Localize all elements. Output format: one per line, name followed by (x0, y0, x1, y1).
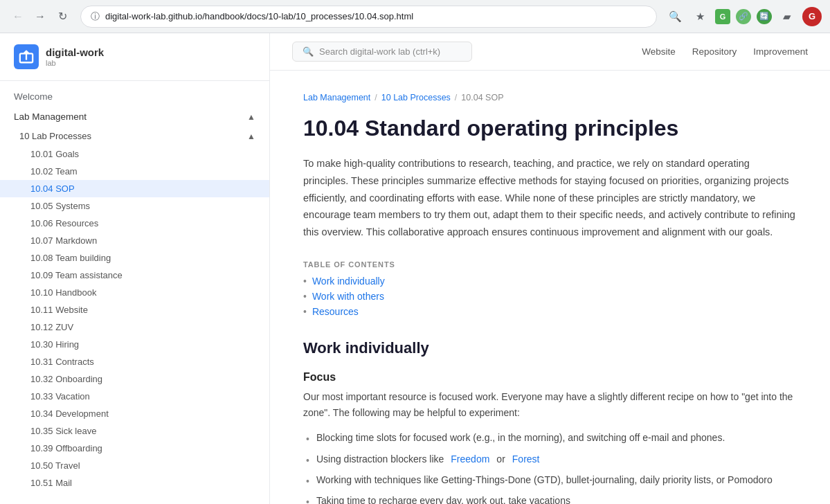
logo-name: digital-work (46, 46, 104, 59)
sidebar-item-10-01[interactable]: 10.01 Goals (0, 145, 269, 163)
nav-link-website[interactable]: Website (642, 46, 676, 57)
main-content: 🔍 Search digital-work lab (ctrl+k) Websi… (270, 33, 830, 504)
toc-item-work-individually: Work individually (303, 276, 797, 287)
bullet-text-4: Taking time to recharge every day, work … (316, 493, 570, 504)
breadcrumb-lab-management[interactable]: Lab Management (303, 93, 370, 102)
sidebar-item-10-05[interactable]: 10.05 Systems (0, 197, 269, 215)
sidebar-group-label-lab-management: Lab Management (14, 111, 87, 122)
sidebar-item-10-33[interactable]: 10.33 Vacation (0, 388, 269, 405)
sidebar-navigation: Welcome Lab Management ▲ 10 Lab Processe… (0, 81, 269, 497)
extensions-icon[interactable]: ▰ (777, 7, 797, 26)
sidebar-subgroup-label: 10 Lab Processes (19, 131, 91, 141)
bullet-2: Using distraction blockers like Freedom … (303, 451, 797, 468)
sidebar-subgroup-header-10-lab-processes[interactable]: 10 Lab Processes ▲ (0, 127, 269, 145)
toc-item-work-with-others: Work with others (303, 291, 797, 302)
back-button[interactable]: ← (8, 7, 28, 26)
chevron-up-icon: ▲ (247, 112, 255, 122)
main-topbar: 🔍 Search digital-work lab (ctrl+k) Websi… (270, 33, 830, 71)
page-intro: To make high-quality contributions to re… (303, 155, 797, 240)
sidebar-item-10-51[interactable]: 10.51 Mail (0, 474, 269, 492)
breadcrumb-10-lab-processes[interactable]: 10 Lab Processes (381, 93, 451, 102)
profile-button[interactable]: G (802, 7, 822, 26)
top-nav-links: Website Repository Improvement (642, 46, 808, 57)
focus-para: Our most important resource is focused w… (303, 389, 797, 422)
toc-link-work-with-others[interactable]: Work with others (312, 291, 384, 302)
subsection-heading-focus: Focus (303, 371, 797, 384)
page-title: 10.04 Standard operating principles (303, 115, 797, 141)
bullet-text-3: Working with techniques like Getting-Thi… (316, 472, 773, 487)
search-bar[interactable]: 🔍 Search digital-work lab (ctrl+k) (292, 42, 472, 62)
link-forest[interactable]: Forest (512, 451, 540, 467)
section-heading-work-individually: Work individually (303, 339, 797, 357)
sidebar-item-10-50[interactable]: 10.50 Travel (0, 457, 269, 474)
bullet-3: Working with techniques like Getting-Thi… (303, 472, 797, 489)
toc-link-resources[interactable]: Resources (312, 306, 359, 317)
bullet-1: Blocking time slots for focused work (e.… (303, 430, 797, 447)
breadcrumb-current: 10.04 SOP (461, 93, 503, 102)
forward-button[interactable]: → (30, 7, 50, 26)
link-freedom[interactable]: Freedom (451, 451, 489, 467)
article: Lab Management / 10 Lab Processes / 10.0… (270, 71, 830, 504)
sidebar: digital-work lab Welcome Lab Management … (0, 33, 270, 504)
ext-icon-1[interactable]: G (715, 9, 730, 24)
breadcrumb-sep-2: / (455, 93, 457, 102)
nav-link-repository[interactable]: Repository (692, 46, 737, 57)
sidebar-item-welcome[interactable]: Welcome (0, 87, 269, 107)
ext-icon-2[interactable]: 🔗 (736, 9, 751, 24)
toc-link-work-individually[interactable]: Work individually (312, 276, 385, 287)
sidebar-item-10-30[interactable]: 10.30 Hiring (0, 336, 269, 353)
nav-link-improvement[interactable]: Improvement (753, 46, 808, 57)
sidebar-item-10-11[interactable]: 10.11 Website (0, 301, 269, 318)
chevron-up-icon-sub: ▲ (247, 132, 255, 141)
logo-text-block: digital-work lab (46, 46, 104, 67)
sidebar-item-10-02[interactable]: 10.02 Team (0, 163, 269, 180)
table-of-contents: TABLE OF CONTENTS Work individually Work… (303, 260, 797, 317)
bullet-text-1: Blocking time slots for focused work (e.… (316, 430, 725, 445)
sidebar-item-10-06[interactable]: 10.06 Resources (0, 215, 269, 232)
sidebar-item-10-35[interactable]: 10.35 Sick leave (0, 422, 269, 440)
sidebar-logo: digital-work lab (0, 33, 269, 81)
app-layout: digital-work lab Welcome Lab Management … (0, 33, 830, 504)
sidebar-group-header-lab-management[interactable]: Lab Management ▲ (0, 107, 269, 127)
sidebar-welcome-label: Welcome (14, 91, 53, 102)
bullet-4: Taking time to recharge every day, work … (303, 493, 797, 504)
sidebar-item-10-34[interactable]: 10.34 Development (0, 405, 269, 422)
focus-bullets: Blocking time slots for focused work (e.… (303, 430, 797, 504)
toc-label: TABLE OF CONTENTS (303, 260, 797, 269)
sidebar-item-10-32[interactable]: 10.32 Onboarding (0, 370, 269, 388)
search-icon[interactable]: 🔍 (665, 7, 685, 26)
address-bar[interactable]: ⓘ digital-work-lab.github.io/handbook/do… (80, 6, 657, 28)
sidebar-item-10-07[interactable]: 10.07 Markdown (0, 232, 269, 249)
logo-icon (14, 44, 39, 69)
sidebar-item-10-39[interactable]: 10.39 Offboarding (0, 440, 269, 457)
breadcrumb: Lab Management / 10 Lab Processes / 10.0… (303, 93, 797, 102)
logo-sub: lab (46, 59, 104, 67)
ext-icon-3[interactable]: 🔄 (757, 9, 772, 24)
sidebar-item-10-04[interactable]: 10.04 SOP (0, 180, 269, 197)
sidebar-group-lab-management: Lab Management ▲ 10 Lab Processes ▲ 10.0… (0, 107, 269, 492)
toc-item-resources: Resources (303, 306, 797, 317)
toc-list: Work individually Work with others Resou… (303, 276, 797, 317)
sidebar-subgroup-10-lab-processes: 10 Lab Processes ▲ 10.01 Goals 10.02 Tea… (0, 127, 269, 492)
site-info-icon: ⓘ (91, 10, 100, 23)
sidebar-item-10-12[interactable]: 10.12 ZUV (0, 318, 269, 336)
bookmark-icon[interactable]: ★ (690, 7, 710, 26)
nav-buttons: ← → ↻ (8, 7, 72, 26)
sidebar-item-10-09[interactable]: 10.09 Team assistance (0, 267, 269, 284)
breadcrumb-sep-1: / (375, 93, 377, 102)
reload-button[interactable]: ↻ (53, 7, 72, 26)
url-text: digital-work-lab.github.io/handbook/docs… (105, 11, 647, 21)
sidebar-item-10-08[interactable]: 10.08 Team building (0, 249, 269, 267)
browser-toolbar: 🔍 ★ G 🔗 🔄 ▰ G (665, 7, 822, 26)
search-placeholder: Search digital-work lab (ctrl+k) (319, 46, 440, 57)
sidebar-item-10-31[interactable]: 10.31 Contracts (0, 353, 269, 370)
search-icon: 🔍 (303, 46, 314, 57)
sidebar-item-10-10[interactable]: 10.10 Handbook (0, 284, 269, 301)
browser-chrome: ← → ↻ ⓘ digital-work-lab.github.io/handb… (0, 0, 830, 33)
